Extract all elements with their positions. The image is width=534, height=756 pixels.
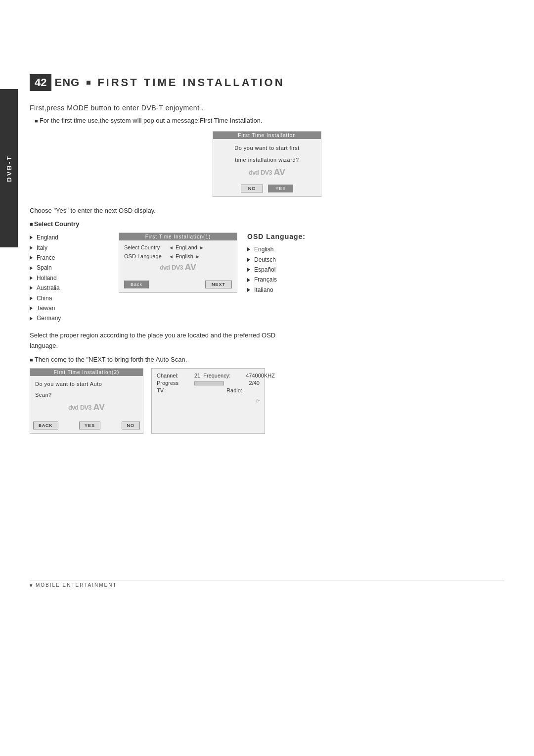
country-item-china[interactable]: China <box>30 293 109 303</box>
dialog-line1: Do you want to start first <box>220 144 314 153</box>
country-item-england[interactable]: England <box>30 233 109 242</box>
osd-item-english[interactable]: English <box>247 244 326 254</box>
arrow-icon <box>30 276 33 280</box>
title-divider <box>87 81 90 85</box>
progress-bar <box>194 380 224 386</box>
progress-bar-label: Progress <box>157 380 191 386</box>
country-item-germany[interactable]: Germany <box>30 313 109 323</box>
scan-dialog-body: Do you want to start Auto Scan? dvd DV3 … <box>30 376 143 420</box>
radio-label: Radio: <box>226 387 242 393</box>
scan-back-button[interactable]: BACK <box>33 422 58 429</box>
osd-language-value: ◄ English ► <box>169 253 200 259</box>
scan-logo: dvd DV3 AV <box>35 402 138 413</box>
next-button[interactable]: NEXT <box>205 281 232 288</box>
arrow-icon <box>30 286 33 290</box>
dv3-logo: DV3 <box>80 404 91 411</box>
dv3-logo: DV3 <box>261 169 271 176</box>
osd-item-francais[interactable]: Français <box>247 275 326 284</box>
footer: MOBILE ENTERTAINMENT <box>30 580 504 588</box>
dvd-logo: dvd <box>68 404 78 411</box>
arrow-icon <box>30 306 33 310</box>
osd-language-section: OSD Language: English Deutsch Español Fr… <box>247 233 326 295</box>
dvd-logo: dvd <box>160 264 170 271</box>
arrow-icon <box>247 288 250 292</box>
scan-yes-button[interactable]: YES <box>79 422 100 429</box>
country-item-australia[interactable]: Australia <box>30 283 109 293</box>
arrow-icon <box>247 278 250 282</box>
left-arrow-icon[interactable]: ◄ <box>169 254 174 259</box>
country-item-italy[interactable]: Italy <box>30 243 109 253</box>
osd-heading: OSD Language: <box>247 233 326 240</box>
arrow-icon <box>30 236 33 239</box>
progress-dialog: Channel: 21 Frequency: 474000KHZ Progres… <box>151 368 265 434</box>
channel-label: Channel: <box>157 373 191 378</box>
progress-logo: ⟳ <box>157 398 260 404</box>
no-button[interactable]: NO <box>241 185 264 192</box>
radio-value <box>245 387 260 393</box>
dvb-sidebar-label: DVB-T <box>5 155 13 182</box>
install-dialog-buttons: Back NEXT <box>119 279 237 292</box>
osd-language-row: OSD Language ◄ English ► <box>124 253 232 259</box>
dv3-logo: DV3 <box>172 264 182 271</box>
dialog-title: First Time Installation <box>213 132 321 139</box>
osd-selected-value: English <box>176 253 193 259</box>
install-dialog-body: Select Country ◄ EngLand ► OSD Language … <box>119 240 237 279</box>
yes-button[interactable]: YES <box>268 185 293 192</box>
arrow-icon <box>247 247 250 251</box>
arrow-icon <box>30 246 33 250</box>
select-country-section: England Italy France Spain Holland <box>30 233 504 324</box>
page-header: 42 ENG FIRST TIME INSTALLATION <box>30 74 285 91</box>
country-list: England Italy France Spain Holland <box>30 233 109 324</box>
osd-language-label: OSD Language <box>124 253 169 259</box>
osd-item-deutsch[interactable]: Deutsch <box>247 255 326 265</box>
osd-item-espanol[interactable]: Español <box>247 265 326 275</box>
next-step-desc: Then come to the "NEXT to bring forth th… <box>30 356 504 363</box>
scan-dialog: First Time Installation(2) Do you want t… <box>30 368 143 434</box>
country-item-france[interactable]: France <box>30 253 109 263</box>
arrow-icon <box>30 266 33 270</box>
arrow-icon <box>247 258 250 262</box>
osd-item-italiano[interactable]: Italiano <box>247 285 326 295</box>
scan-no-button[interactable]: NO <box>122 422 140 429</box>
left-arrow-icon[interactable]: ◄ <box>169 245 174 250</box>
progress-row: Progress 2/40 <box>157 380 260 386</box>
channel-value: 21 <box>194 373 200 378</box>
step2-instruction: For the first time use,the system will p… <box>30 117 504 124</box>
scan-line2: Scan? <box>35 391 138 400</box>
arrow-icon <box>30 317 33 321</box>
page-number: 42 <box>30 74 51 91</box>
install-dialog-title: First Time Installation(1) <box>119 233 237 240</box>
tv-label: TV : <box>157 387 191 393</box>
scan-line1: Do you want to start Auto <box>35 380 138 389</box>
content-area: First,press MODE button to enter DVB-T e… <box>30 104 504 434</box>
choose-yes-text: Choose "Yes" to enter the next OSD displ… <box>30 207 504 214</box>
page-title: FIRST TIME INSTALLATION <box>97 76 284 89</box>
arrow-icon <box>30 296 33 300</box>
back-button[interactable]: Back <box>124 281 149 288</box>
dvb-sidebar: DVB-T <box>0 89 18 247</box>
select-country-label: Select Country <box>124 244 169 250</box>
right-arrow-icon[interactable]: ► <box>195 254 200 259</box>
country-item-taiwan[interactable]: Taiwan <box>30 303 109 313</box>
channel-row: Channel: 21 Frequency: 474000KHZ <box>157 373 260 378</box>
install-logo: dvd DV3 AV <box>124 262 232 273</box>
scan-buttons: BACK YES NO <box>30 420 143 433</box>
select-country-value: ◄ EngLand ► <box>169 244 204 250</box>
av-logo: AV <box>273 167 285 178</box>
right-arrow-icon[interactable]: ► <box>199 245 204 250</box>
dvd-logo: dvd <box>249 169 259 176</box>
country-item-spain[interactable]: Spain <box>30 263 109 273</box>
progress-dialog-body: Channel: 21 Frequency: 474000KHZ Progres… <box>152 369 265 408</box>
progress-bar-outer <box>194 381 224 385</box>
step1-instruction: First,press MODE button to enter DVB-T e… <box>30 104 504 112</box>
eng-label: ENG <box>54 76 80 89</box>
tv-value <box>194 387 209 393</box>
country-item-holland[interactable]: Holland <box>30 273 109 283</box>
dialog-line2: time installation wizard? <box>220 156 314 165</box>
scan-row: First Time Installation(2) Do you want t… <box>30 368 504 434</box>
footer-text: MOBILE ENTERTAINMENT <box>30 582 117 588</box>
frequency-label: Frequency: <box>203 373 243 378</box>
page-container: DVB-T 42 ENG FIRST TIME INSTALLATION Fir… <box>0 0 534 756</box>
dialog-buttons: NO YES <box>213 185 321 196</box>
first-install-dialog: First Time Installation Do you want to s… <box>213 131 321 197</box>
